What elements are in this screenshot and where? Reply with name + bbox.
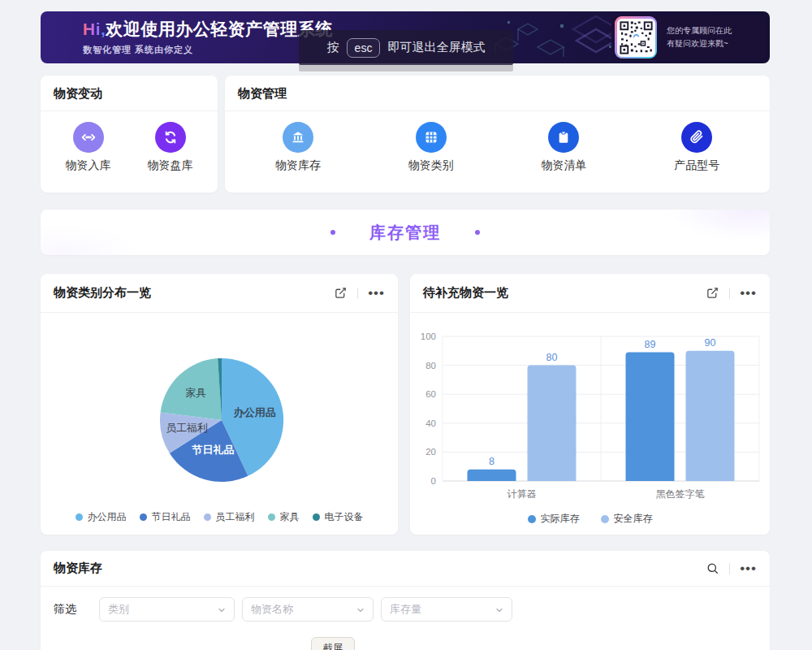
grid-icon xyxy=(416,122,447,153)
y-axis-tick: 0 xyxy=(431,476,436,486)
legend-dot xyxy=(601,515,609,523)
chart-title: 待补充物资一览 xyxy=(423,285,706,301)
more-icon[interactable]: ••• xyxy=(740,289,757,297)
pie-slice-label: 办公用品 xyxy=(233,406,276,418)
legend-dot xyxy=(528,515,536,523)
pie-slice-label: 节日礼品 xyxy=(191,444,234,456)
screenshot-button[interactable]: 截屏 xyxy=(311,637,355,650)
pie-slice-label: 员工福利 xyxy=(166,422,208,434)
fullscreen-exit-toast: 按 esc 即可退出全屏模式 xyxy=(299,30,513,65)
bar[interactable] xyxy=(468,470,516,481)
esc-key: esc xyxy=(347,38,381,58)
bar-value-label: 90 xyxy=(705,337,716,349)
legend-dot xyxy=(76,514,83,521)
legend-item[interactable]: 安全库存 xyxy=(601,512,653,526)
action-material-category[interactable]: 物资类别 xyxy=(408,122,454,173)
y-axis-tick: 40 xyxy=(425,418,436,428)
bar-legend: 实际库存安全库存 xyxy=(410,512,770,526)
action-label: 物资库存 xyxy=(275,158,321,173)
legend-dot xyxy=(204,514,211,521)
chevron-down-icon xyxy=(495,605,504,615)
toast-shadow xyxy=(299,65,513,72)
y-axis-tick: 60 xyxy=(425,389,436,399)
bar-value-label: 8 xyxy=(489,456,495,467)
x-axis-label: 黑色签字笔 xyxy=(656,488,705,500)
more-icon[interactable]: ••• xyxy=(368,289,385,297)
bar-chart: 020406080100计算器880黑色签字笔8990 xyxy=(410,313,770,508)
material-name-select[interactable]: 物资名称 xyxy=(242,597,374,622)
y-axis-tick: 100 xyxy=(421,332,436,341)
material-stock-card: 物资库存 ••• 筛选 类别 物资名称 库存量 截屏 xyxy=(41,551,770,650)
y-axis-tick: 80 xyxy=(425,361,436,370)
legend-label: 家具 xyxy=(280,510,300,524)
filter-label: 筛选 xyxy=(54,602,76,617)
action-label: 物资类别 xyxy=(408,158,454,173)
legend-label: 实际库存 xyxy=(541,512,580,526)
bar[interactable] xyxy=(626,353,675,481)
section-title: 库存管理 xyxy=(369,222,441,244)
search-icon[interactable] xyxy=(706,561,719,575)
legend-item[interactable]: 电子设备 xyxy=(313,510,364,524)
card-title: 物资变动 xyxy=(54,86,102,100)
legend-label: 办公用品 xyxy=(88,510,127,524)
bar-value-label: 89 xyxy=(645,339,656,350)
consultant-text: 您的专属顾问在此 有疑问欢迎来戳~ xyxy=(667,24,732,50)
pie-legend: 办公用品节日礼品员工福利家具电子设备 xyxy=(41,510,398,524)
pie-chart: 办公用品节日礼品员工福利家具 xyxy=(41,313,398,500)
banner-subtitle: 数智化管理 系统由你定义 xyxy=(83,44,333,56)
bar-value-label: 80 xyxy=(546,352,558,363)
action-label: 物资入库 xyxy=(66,158,111,173)
banner-title: Hi,欢迎使用办公轻资产管理系统 xyxy=(83,18,333,41)
divider xyxy=(729,563,730,574)
divider xyxy=(729,288,730,299)
legend-dot xyxy=(313,514,320,521)
action-label: 产品型号 xyxy=(674,158,719,173)
card-title: 物资管理 xyxy=(238,86,287,100)
action-material-stocktake[interactable]: 物资盘库 xyxy=(148,122,193,173)
legend-label: 安全库存 xyxy=(614,512,653,526)
legend-label: 电子设备 xyxy=(325,510,364,524)
category-distribution-card: 物资类别分布一览 ••• 办公用品节日礼品员工福利家具 办公用品节日礼品员工福利… xyxy=(41,274,398,535)
arrows-horizontal-icon xyxy=(73,122,104,153)
action-material-inbound[interactable]: 物资入库 xyxy=(66,122,111,173)
bar[interactable] xyxy=(686,351,735,481)
restock-needed-card: 待补充物资一览 ••• 020406080100计算器880黑色签字笔8990 … xyxy=(410,274,770,535)
action-product-model[interactable]: 产品型号 xyxy=(674,122,719,173)
legend-item[interactable]: 节日礼品 xyxy=(140,510,191,524)
legend-label: 节日礼品 xyxy=(152,510,191,524)
category-select[interactable]: 类别 xyxy=(99,597,235,622)
y-axis-tick: 20 xyxy=(425,447,436,457)
chart-title: 物资类别分布一览 xyxy=(54,285,334,301)
consultant-qr-panel: 您的专属顾问在此 有疑问欢迎来戳~ xyxy=(611,15,767,60)
material-change-card: 物资变动 物资入库 物资盘库 xyxy=(41,76,218,193)
legend-item[interactable]: 实际库存 xyxy=(528,512,580,526)
pie-slice-label: 家具 xyxy=(185,387,206,399)
qr-code xyxy=(615,16,657,58)
external-link-icon[interactable] xyxy=(706,286,719,300)
legend-item[interactable]: 家具 xyxy=(268,510,300,524)
inventory-section-header: 库存管理 xyxy=(41,210,770,255)
bar[interactable] xyxy=(528,366,577,481)
more-icon[interactable]: ••• xyxy=(740,565,757,573)
banner-title-hi: Hi, xyxy=(83,20,106,38)
sync-icon xyxy=(155,122,186,153)
chevron-down-icon xyxy=(217,605,227,615)
legend-label: 员工福利 xyxy=(216,510,255,524)
x-axis-label: 计算器 xyxy=(508,488,537,500)
section-dot xyxy=(475,230,480,235)
external-link-icon[interactable] xyxy=(334,286,348,300)
bank-icon xyxy=(283,122,313,153)
action-material-stock[interactable]: 物资库存 xyxy=(275,122,321,173)
legend-item[interactable]: 办公用品 xyxy=(76,510,127,524)
legend-item[interactable]: 员工福利 xyxy=(204,510,255,524)
action-material-list[interactable]: 物资清单 xyxy=(541,122,586,173)
legend-dot xyxy=(268,514,275,521)
action-label: 物资盘库 xyxy=(148,158,193,173)
paperclip-icon xyxy=(681,122,712,153)
card-title: 物资库存 xyxy=(54,561,706,576)
action-label: 物资清单 xyxy=(541,158,586,173)
material-management-card: 物资管理 物资库存 物资类别 xyxy=(225,76,770,193)
chevron-down-icon xyxy=(356,605,365,615)
divider xyxy=(357,288,358,299)
stock-quantity-select[interactable]: 库存量 xyxy=(381,597,512,622)
